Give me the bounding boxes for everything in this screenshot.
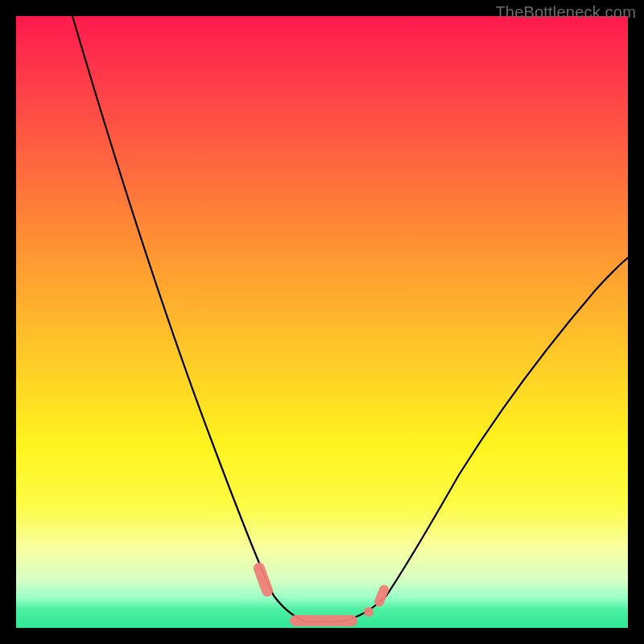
curve-right-branch <box>338 258 628 621</box>
chart-svg <box>16 16 628 628</box>
curve-left-branch <box>72 16 338 622</box>
marker-dot-right <box>364 607 374 617</box>
marker-capsule-right <box>373 584 390 608</box>
marker-capsule-bottom <box>290 615 357 626</box>
marker-capsule-left <box>252 561 275 598</box>
